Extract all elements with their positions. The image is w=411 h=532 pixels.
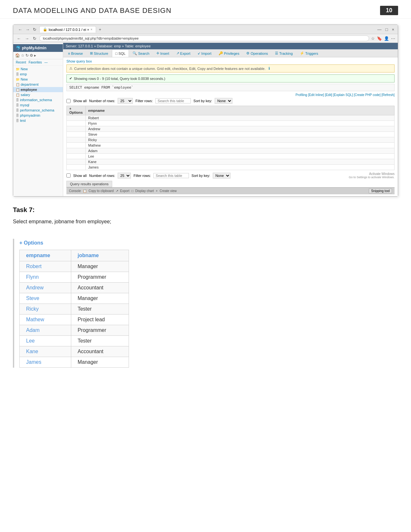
import-icon: ↙ xyxy=(198,51,201,55)
sidebar-item-information-schema[interactable]: 🗄 information_schema xyxy=(13,97,63,102)
recent-link[interactable]: Recent xyxy=(16,61,26,64)
sidebar-item-salary[interactable]: 📋 salary xyxy=(13,92,63,97)
result-cell-empname: Adam xyxy=(20,325,71,336)
star-icon[interactable]: ☆ xyxy=(371,36,375,41)
privileges-icon: 🔑 xyxy=(219,51,223,55)
browser-back-btn[interactable]: ← xyxy=(17,27,23,32)
result-cell-jobname: Tester xyxy=(71,304,129,314)
show-all-label: Show all xyxy=(73,99,87,103)
console-export-icon: ↗ xyxy=(116,189,118,193)
sidebar-item-employee[interactable]: 📋 employee xyxy=(13,87,63,92)
table-header-options: + Options xyxy=(67,106,86,115)
list-item: Ricky Tester xyxy=(20,304,129,314)
tab-sql[interactable]: □ SQL xyxy=(112,49,129,57)
table-cell-empname: Mathew xyxy=(85,143,394,148)
activate-windows-title: Activate Windows xyxy=(349,172,395,176)
browser-forward-btn[interactable]: → xyxy=(24,27,31,32)
browser-new-tab-btn[interactable]: + xyxy=(98,27,103,32)
table-row: Andrew xyxy=(67,126,395,132)
pma-recent-favs: Recent Favorites — xyxy=(13,59,63,66)
tab-triggers[interactable]: ⚡ Triggers xyxy=(296,49,322,57)
edit-inline-link[interactable]: [Edit Inline] xyxy=(308,93,324,97)
sidebar-item-performance-schema[interactable]: 🗄 performance_schema xyxy=(13,108,63,113)
rows-per-page-select[interactable]: 25 50 100 xyxy=(118,98,133,104)
refresh-icon-sidebar[interactable]: ↻ xyxy=(25,53,29,58)
result-cell-jobname: Manager xyxy=(71,261,129,272)
filter-rows-input[interactable] xyxy=(155,98,191,103)
hide-icon[interactable]: — xyxy=(44,61,48,64)
tab-import[interactable]: ↙ Import xyxy=(194,49,215,57)
browser-tab[interactable]: 🔒 localhost / 127.0.0.1 / ei × × xyxy=(39,26,96,33)
result-cell-empname: Robert xyxy=(20,261,71,272)
browser-tab-close[interactable]: × xyxy=(91,28,93,31)
browser-minimize-btn[interactable]: — xyxy=(377,27,383,32)
number-of-rows-label: Number of rows: xyxy=(89,99,115,103)
profile-icon[interactable]: 👤 xyxy=(384,36,389,41)
show-query-box[interactable]: Show query box xyxy=(66,59,395,63)
sidebar-item-emp[interactable]: 🗄 emp xyxy=(13,72,63,77)
pma-main: Server: 127.0.0.1 » Database: emp » Tabl… xyxy=(63,43,398,196)
browser-close-btn[interactable]: × xyxy=(391,27,395,32)
sort-by-select[interactable]: None xyxy=(215,98,232,104)
table-header-empname: empname xyxy=(85,106,394,115)
sidebar-item-new-top[interactable]: 📁 New xyxy=(13,66,63,72)
settings-icon[interactable]: ⋯ xyxy=(391,36,395,41)
snipping-tool-btn[interactable]: Snipping tool xyxy=(369,189,392,193)
rows-per-page-select-bottom[interactable]: 25 xyxy=(118,173,131,179)
sidebar-item-test[interactable]: 🗄 test xyxy=(13,118,63,123)
tracking-icon: ☰ xyxy=(275,51,278,55)
tab-privileges[interactable]: 🔑 Privileges xyxy=(215,49,243,57)
list-item: Mathew Project lead xyxy=(20,314,129,325)
pma-db-list: 📁 New 🗄 emp 📁 New 📋 department 📋 xyxy=(13,66,63,124)
tab-browse[interactable]: ≡ Browse xyxy=(64,49,86,57)
show-all-checkbox-bottom[interactable] xyxy=(66,173,71,178)
star-icon-sidebar[interactable]: ☆ xyxy=(21,53,24,58)
table-cell-options xyxy=(67,121,86,126)
result-table-section: + Options empname jobname Robert Manager… xyxy=(0,239,411,381)
show-all-checkbox[interactable] xyxy=(66,99,71,103)
result-cell-jobname: Tester xyxy=(71,336,129,346)
console-copy-icon: 📋 xyxy=(83,189,87,193)
tab-operations[interactable]: ⚙ Operations xyxy=(243,49,271,57)
browser-url[interactable]: localhost/phpmyadmin/tbl_sql.php?db=emp&… xyxy=(39,35,369,41)
sort-by-select-bottom[interactable]: None xyxy=(213,173,230,179)
tab-tracking[interactable]: ☰ Tracking xyxy=(271,49,296,57)
result-cell-empname: Steve xyxy=(20,293,71,304)
sidebar-item-phpmyadmin[interactable]: 🗄 phpmyadmin xyxy=(13,113,63,118)
edit-link[interactable]: [Edit] xyxy=(325,93,332,97)
query-results-operations-btn[interactable]: Query results operations xyxy=(66,181,112,187)
sidebar-item-mysql[interactable]: 🗄 mysql xyxy=(13,102,63,108)
refresh-link[interactable]: [Refresh] xyxy=(381,93,395,97)
console-create-icon: + xyxy=(156,189,158,193)
addressbar-refresh[interactable]: ↻ xyxy=(32,36,37,41)
explain-sql-link[interactable]: [Explain SQL] xyxy=(333,93,353,97)
browser-maximize-btn[interactable]: □ xyxy=(385,27,389,32)
sidebar-item-department[interactable]: 📋 department xyxy=(13,82,63,87)
table-cell-options xyxy=(67,132,86,137)
result-cell-jobname: Accountant xyxy=(71,346,129,357)
pma-data-table: + Options empname Robert Flynn Andrew St… xyxy=(66,106,395,170)
table-cell-options xyxy=(67,159,86,165)
pma-sidebar-header: 🐬 phpMyAdmin xyxy=(13,44,63,52)
sidebar-item-new-emp[interactable]: 📁 New xyxy=(13,77,63,82)
addressbar-forward[interactable]: → xyxy=(24,36,30,41)
favorites-link[interactable]: Favorites xyxy=(29,61,42,64)
tab-export[interactable]: ↗ Export xyxy=(173,49,194,57)
bookmark-icon[interactable]: 🔖 xyxy=(377,36,382,41)
tab-search[interactable]: 🔍 Search xyxy=(129,49,153,57)
page-number: 10 xyxy=(380,6,398,15)
settings-icon-sidebar[interactable]: ⚙ xyxy=(30,53,33,58)
table-cell-empname: Flynn xyxy=(85,121,394,126)
activate-windows-sub: Go to Settings to activate Windows. xyxy=(349,176,395,179)
pma-topbar: Server: 127.0.0.1 » Database: emp » Tabl… xyxy=(63,43,398,49)
create-php-link[interactable]: [Create PHP code] xyxy=(354,93,380,97)
home-icon[interactable]: 🏠 xyxy=(15,53,20,58)
filter-rows-input-bottom[interactable] xyxy=(153,173,189,178)
result-cell-empname: Mathew xyxy=(20,314,71,325)
browser-refresh-btn[interactable]: ↻ xyxy=(32,27,37,32)
addressbar-back[interactable]: ← xyxy=(16,36,22,41)
expand-icon-sidebar[interactable]: ▸ xyxy=(34,53,36,58)
profiling-link[interactable]: Profiling xyxy=(296,93,307,97)
tab-insert[interactable]: ✛ Insert xyxy=(153,49,173,57)
tab-structure[interactable]: ⊞ Structure xyxy=(86,49,112,57)
